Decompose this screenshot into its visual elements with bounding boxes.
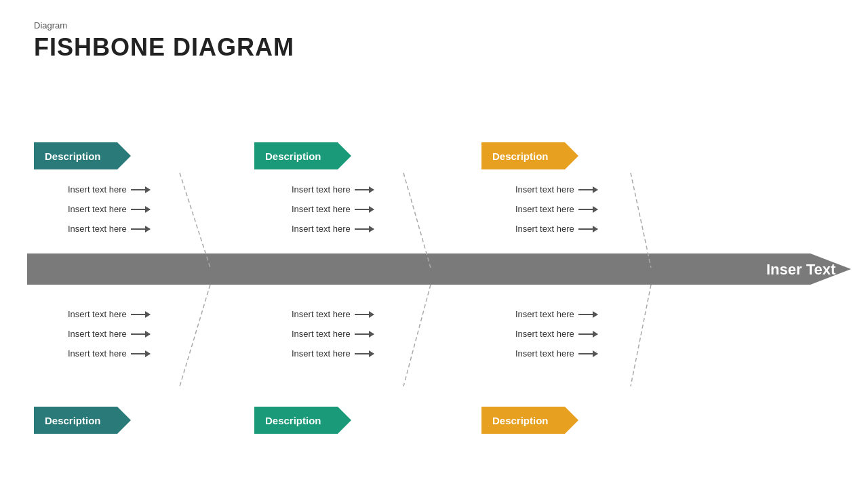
page-title: FISHBONE DIAGRAM xyxy=(34,33,294,62)
list-item: Insert text here xyxy=(515,184,597,195)
list-item: Insert text here xyxy=(68,348,150,359)
list-item: Insert text here xyxy=(515,204,597,214)
list-item: Insert text here xyxy=(68,309,150,319)
arrow-icon xyxy=(578,353,597,354)
list-item: Insert text here xyxy=(292,329,374,339)
label-col1-top: Description xyxy=(34,142,117,169)
list-item: Insert text here xyxy=(292,184,374,195)
list-item: Insert text here xyxy=(68,224,150,234)
svg-rect-0 xyxy=(27,253,810,285)
list-item: Insert text here xyxy=(292,224,374,234)
col3-bot-items: Insert text here Insert text here Insert… xyxy=(515,309,597,359)
col2-bot-items: Insert text here Insert text here Insert… xyxy=(292,309,374,359)
arrow-icon xyxy=(131,209,150,210)
list-item: Insert text here xyxy=(515,348,597,359)
list-item: Insert text here xyxy=(68,204,150,214)
label-col2-bot: Description xyxy=(254,407,338,434)
svg-line-8 xyxy=(631,285,651,386)
svg-line-6 xyxy=(180,285,210,386)
arrow-icon xyxy=(131,314,150,315)
label-col1-bot: Description xyxy=(34,407,117,434)
svg-line-4 xyxy=(403,173,431,268)
list-item: Insert text here xyxy=(515,309,597,319)
label-col3-bot: Description xyxy=(481,407,565,434)
list-item: Insert text here xyxy=(68,184,150,195)
label-col2-top: Description xyxy=(254,142,338,169)
arrow-icon xyxy=(131,333,150,335)
list-item: Insert text here xyxy=(292,348,374,359)
arrow-icon xyxy=(355,189,374,190)
arrow-icon xyxy=(578,189,597,190)
arrow-icon xyxy=(131,353,150,354)
arrow-icon xyxy=(578,228,597,230)
list-item: Insert text here xyxy=(515,329,597,339)
arrow-icon xyxy=(355,209,374,210)
col1-bot-items: Insert text here Insert text here Insert… xyxy=(68,309,150,359)
list-item: Insert text here xyxy=(292,204,374,214)
arrow-icon xyxy=(578,314,597,315)
svg-marker-1 xyxy=(810,253,851,285)
col1-top-items: Insert text here Insert text here Insert… xyxy=(68,184,150,234)
col3-top-items: Insert text here Insert text here Insert… xyxy=(515,184,597,234)
list-item: Insert text here xyxy=(515,224,597,234)
arrow-icon xyxy=(355,314,374,315)
list-item: Insert text here xyxy=(68,329,150,339)
arrow-icon xyxy=(355,353,374,354)
svg-line-7 xyxy=(403,285,431,386)
arrow-icon xyxy=(355,228,374,230)
arrow-icon xyxy=(355,333,374,335)
arrow-icon xyxy=(131,228,150,230)
svg-text:Inser Text: Inser Text xyxy=(766,261,836,278)
svg-line-3 xyxy=(180,173,210,268)
arrow-icon xyxy=(131,189,150,190)
svg-line-5 xyxy=(631,173,651,268)
page-subtitle: Diagram xyxy=(34,20,294,30)
label-col3-top: Description xyxy=(481,142,565,169)
list-item: Insert text here xyxy=(292,309,374,319)
col2-top-items: Insert text here Insert text here Insert… xyxy=(292,184,374,234)
arrow-icon xyxy=(578,333,597,335)
arrow-icon xyxy=(578,209,597,210)
page-header: Diagram FISHBONE DIAGRAM xyxy=(34,20,294,62)
